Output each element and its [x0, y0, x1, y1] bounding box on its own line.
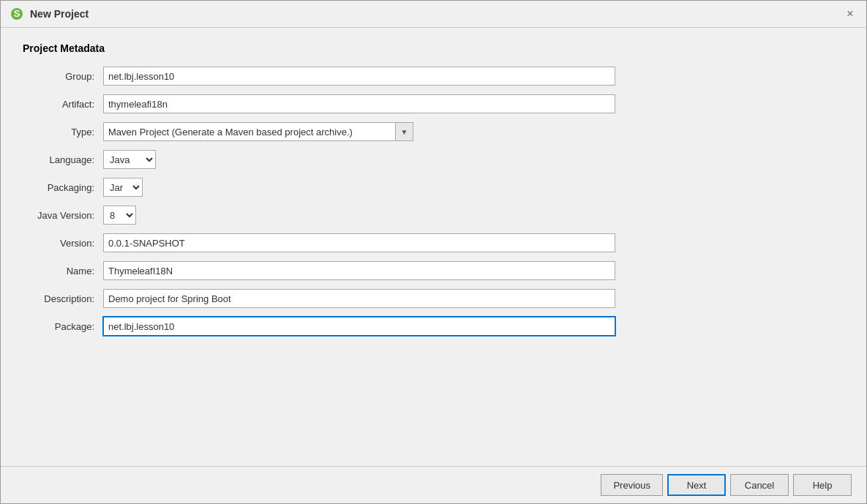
language-row: Language: Java Kotlin Groovy [23, 149, 844, 170]
section-title: Project Metadata [23, 42, 844, 54]
type-dropdown-button[interactable]: ▼ [396, 122, 413, 141]
artifact-row: Artifact: [23, 94, 844, 114]
java-version-label: Java Version: [23, 210, 103, 221]
dialog-title: New Project [30, 8, 89, 20]
name-row: Name: [23, 260, 844, 281]
type-description-text: (Generate a Maven based project archive.… [172, 127, 353, 138]
new-project-dialog: S New Project × Project Metadata Group: … [0, 0, 867, 504]
version-row: Version: [23, 233, 844, 253]
version-label: Version: [23, 238, 103, 249]
previous-button[interactable]: Previous [601, 474, 663, 496]
dialog-content: Project Metadata Group: Artifact: Type: … [1, 28, 866, 466]
language-select[interactable]: Java Kotlin Groovy [103, 150, 156, 169]
svg-text:S: S [14, 8, 20, 19]
packaging-select[interactable]: Jar War [103, 178, 143, 197]
type-value-text: Maven Project [108, 127, 169, 138]
name-input[interactable] [103, 261, 615, 280]
type-select-container: Maven Project (Generate a Maven based pr… [103, 122, 413, 141]
name-label: Name: [23, 266, 103, 277]
dialog-footer: Previous Next Cancel Help [1, 466, 866, 503]
packaging-row: Packaging: Jar War [23, 177, 844, 198]
help-button[interactable]: Help [793, 474, 852, 496]
description-row: Description: [23, 288, 844, 309]
java-version-row: Java Version: 8 11 17 [23, 205, 844, 225]
artifact-label: Artifact: [23, 99, 103, 110]
java-version-select[interactable]: 8 11 17 [103, 206, 136, 225]
title-bar-left: S New Project [10, 7, 89, 21]
type-label: Type: [23, 127, 103, 138]
next-button[interactable]: Next [667, 474, 726, 496]
cancel-button[interactable]: Cancel [730, 474, 789, 496]
description-input[interactable] [103, 289, 615, 308]
type-value-display: Maven Project (Generate a Maven based pr… [103, 122, 396, 141]
spring-icon: S [10, 7, 24, 21]
artifact-input[interactable] [103, 94, 615, 113]
group-row: Group: [23, 66, 844, 86]
language-label: Language: [23, 154, 103, 165]
packaging-label: Packaging: [23, 182, 103, 193]
group-label: Group: [23, 71, 103, 82]
title-bar: S New Project × [1, 1, 866, 28]
package-label: Package: [23, 321, 103, 332]
description-label: Description: [23, 293, 103, 304]
package-input[interactable] [103, 317, 615, 336]
package-row: Package: [23, 316, 844, 336]
group-input[interactable] [103, 67, 615, 86]
version-input[interactable] [103, 233, 615, 252]
close-button[interactable]: × [843, 7, 857, 21]
type-row: Type: Maven Project (Generate a Maven ba… [23, 121, 844, 142]
